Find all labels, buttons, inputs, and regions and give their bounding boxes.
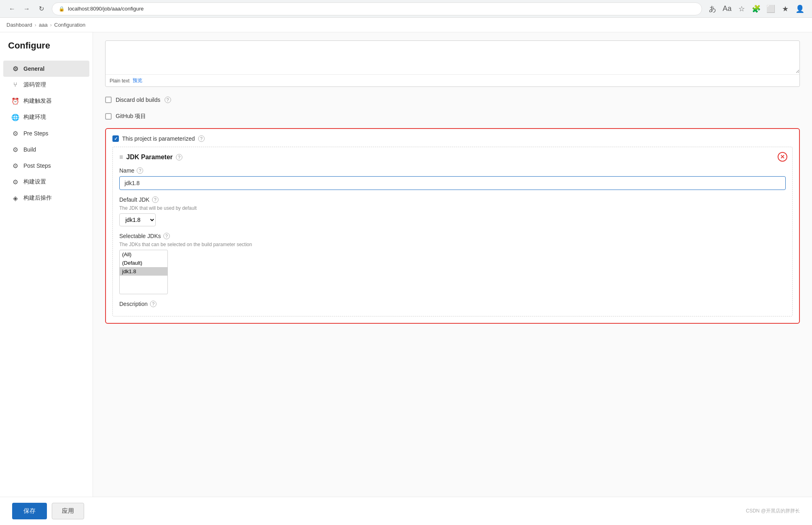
plain-text-label: Plain text (110, 78, 129, 84)
sidebar-item-source[interactable]: ⑂ 源码管理 (3, 77, 89, 93)
selectable-jdks-hint: The JDKs that can be selected on the bui… (119, 242, 786, 247)
param-card-close-button[interactable]: ✕ (778, 152, 787, 162)
build-icon: ⚙ (11, 145, 19, 154)
name-field-label: Name ? (119, 167, 786, 174)
sidebar-item-build[interactable]: ⚙ Build (3, 141, 89, 158)
discard-builds-label: Discard old builds (116, 97, 161, 103)
main-content: Plain text 预览 Discard old builds ? GitHu… (93, 32, 812, 525)
name-label-text: Name (119, 167, 134, 174)
discard-builds-checkbox[interactable] (105, 97, 112, 103)
selectable-jdks-help-icon[interactable]: ? (163, 233, 170, 239)
description-section: Plain text 预览 (105, 40, 800, 87)
browser-chrome: ← → ↻ 🔒 localhost:8090/job/aaa/configure… (0, 0, 812, 18)
footer-actions: 保存 应用 (12, 503, 84, 519)
param-card-title: JDK Parameter (126, 154, 173, 161)
name-field-group: Name ? (119, 167, 786, 190)
gear-icon: ⚙ (11, 65, 19, 73)
selectable-jdks-listbox[interactable]: (All) (Default) jdk1.8 (119, 250, 168, 294)
default-jdk-label: Default JDK ? (119, 196, 786, 203)
source-icon: ⑂ (11, 81, 19, 89)
selectable-opt-default: (Default) (120, 259, 167, 267)
description-textarea[interactable] (106, 41, 799, 73)
sidebar-item-settings[interactable]: ⚙ 构建设置 (3, 174, 89, 190)
selectable-jdks-field-group: Selectable JDKs ? The JDKs that can be s… (119, 233, 786, 294)
save-button[interactable]: 保存 (12, 503, 47, 519)
clock-icon: ⏰ (11, 97, 19, 105)
param-card-header: ≡ JDK Parameter ? (119, 154, 786, 161)
breadcrumb-aaa[interactable]: aaa (39, 22, 48, 28)
globe-icon: 🌐 (11, 113, 19, 121)
sidebar-item-environment[interactable]: 🌐 构建环境 (3, 109, 89, 125)
breadcrumb-sep-1: › (35, 22, 36, 28)
footer-watermark: CSDN @开黑店的胖胖长 (746, 508, 800, 514)
footer-bar: 保存 应用 CSDN @开黑店的胖胖长 (0, 497, 812, 525)
default-jdk-label-text: Default JDK (119, 196, 150, 203)
selectable-opt-all: (All) (120, 250, 167, 259)
lock-icon: 🔒 (59, 6, 65, 12)
selectable-jdks-label-text: Selectable JDKs (119, 233, 161, 239)
textarea-toolbar: Plain text 预览 (106, 74, 799, 86)
app-layout: Configure ⚙ General ⑂ 源码管理 ⏰ 构建触发器 🌐 构建环… (0, 32, 812, 525)
parameterized-checkbox[interactable] (112, 135, 119, 142)
sidebar-label-presteps: Pre Steps (23, 130, 48, 137)
url-text: localhost:8090/job/aaa/configure (68, 6, 144, 12)
default-jdk-select[interactable]: jdk1.8 (119, 213, 156, 226)
parameterized-section: This project is parameterized ? ≡ JDK Pa… (105, 128, 800, 324)
profile-icon[interactable]: 👤 (794, 3, 806, 15)
address-bar[interactable]: 🔒 localhost:8090/job/aaa/configure (52, 2, 702, 15)
description-field-label: Description ? (119, 301, 786, 307)
name-input[interactable] (119, 176, 786, 190)
sidebar: Configure ⚙ General ⑂ 源码管理 ⏰ 构建触发器 🌐 构建环… (0, 32, 93, 525)
default-jdk-help-icon[interactable]: ? (152, 196, 159, 203)
sidebar-label-triggers: 构建触发器 (23, 97, 52, 105)
parameterized-label: This project is parameterized (122, 135, 195, 142)
selectable-opt-jdk18: jdk1.8 (120, 267, 167, 276)
apply-button[interactable]: 应用 (52, 503, 84, 519)
forward-button[interactable]: → (21, 3, 32, 15)
sidebar-title: Configure (0, 40, 93, 61)
discard-builds-row: Discard old builds ? (105, 92, 800, 108)
sidebar-item-poststeps[interactable]: ⚙ Post Steps (3, 158, 89, 174)
sidebar-label-general: General (23, 65, 44, 72)
presteps-icon: ⚙ (11, 129, 19, 137)
breadcrumb-sep-2: › (50, 22, 52, 28)
sidebar-label-source: 源码管理 (23, 81, 46, 89)
settings-icon: ⚙ (11, 178, 19, 186)
back-button[interactable]: ← (6, 3, 18, 15)
sidebar-label-environment: 构建环境 (23, 114, 46, 121)
reader-icon[interactable]: Aa (721, 3, 733, 15)
postbuild-icon: ◈ (11, 194, 19, 202)
description-help-icon[interactable]: ? (150, 301, 156, 307)
sidebar-item-general[interactable]: ⚙ General (3, 61, 89, 77)
drag-handle-icon[interactable]: ≡ (119, 154, 123, 161)
default-jdk-field-group: Default JDK ? The JDK that will be used … (119, 196, 786, 226)
favorites-icon[interactable]: ★ (780, 3, 791, 15)
sidebar-label-poststeps: Post Steps (23, 162, 51, 169)
browser-actions: あ Aa ☆ 🧩 ⬜ ★ 👤 (707, 3, 806, 15)
nav-icons: ← → ↻ (6, 3, 47, 15)
extensions-icon[interactable]: 🧩 (751, 3, 762, 15)
description-label-text: Description (119, 301, 148, 307)
name-help-icon[interactable]: ? (137, 167, 143, 174)
discard-builds-help-icon[interactable]: ? (165, 97, 171, 103)
github-project-checkbox[interactable] (105, 113, 112, 120)
reload-button[interactable]: ↻ (36, 3, 47, 15)
translate-icon[interactable]: あ (707, 3, 718, 15)
preview-link[interactable]: 预览 (133, 77, 142, 84)
github-project-label: GitHub 项目 (116, 113, 146, 120)
split-view-icon[interactable]: ⬜ (765, 3, 776, 15)
sidebar-item-postbuild[interactable]: ◈ 构建后操作 (3, 190, 89, 206)
sidebar-label-build: Build (23, 146, 36, 153)
poststeps-icon: ⚙ (11, 162, 19, 170)
sidebar-item-presteps[interactable]: ⚙ Pre Steps (3, 125, 89, 141)
selectable-jdks-label: Selectable JDKs ? (119, 233, 786, 239)
parameterized-help-icon[interactable]: ? (198, 135, 205, 142)
parameter-card: ≡ JDK Parameter ? ✕ Name ? Default J (112, 147, 793, 316)
bookmark-icon[interactable]: ☆ (736, 3, 747, 15)
breadcrumb: Dashboard › aaa › Configuration (0, 18, 812, 32)
default-jdk-hint: The JDK that will be used by default (119, 205, 786, 211)
sidebar-item-triggers[interactable]: ⏰ 构建触发器 (3, 93, 89, 109)
breadcrumb-dashboard[interactable]: Dashboard (6, 22, 32, 28)
param-card-help-icon[interactable]: ? (176, 154, 182, 160)
sidebar-label-postbuild: 构建后操作 (23, 194, 52, 202)
